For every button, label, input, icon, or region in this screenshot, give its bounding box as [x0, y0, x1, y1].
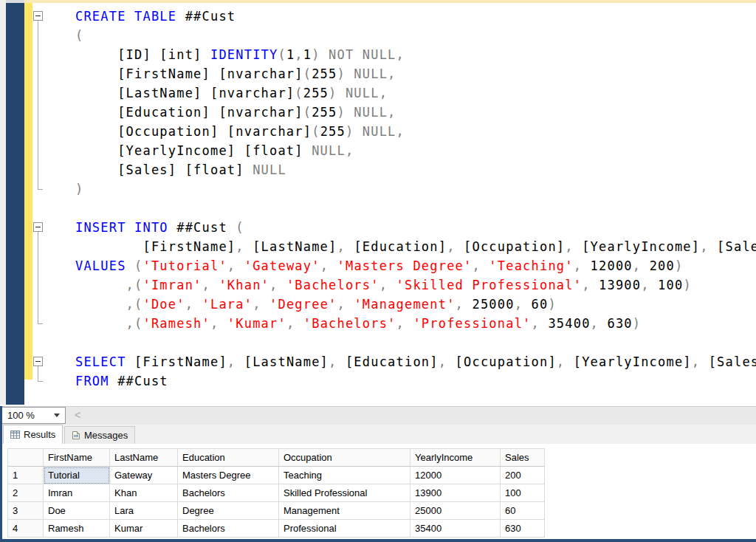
grid-row-number[interactable]: 3 — [8, 502, 44, 520]
grid-cell[interactable]: Skilled Professional — [279, 484, 410, 502]
results-grid-icon — [10, 430, 20, 439]
grid-row-number[interactable]: 4 — [8, 520, 44, 538]
results-grid: FirstNameLastNameEducationOccupationYear… — [7, 448, 545, 538]
grid-cell[interactable]: Imran — [44, 484, 110, 502]
grid-cell[interactable]: Masters Degree — [178, 467, 279, 484]
grid-cell[interactable]: 630 — [501, 520, 545, 538]
results-panel: 100 % < Results — [0, 405, 756, 542]
code-line[interactable]: [ID] [int] IDENTITY(1,1) NOT NULL, — [75, 45, 756, 64]
tab-results-label: Results — [24, 429, 55, 440]
grid-cell[interactable]: Professional — [279, 520, 410, 538]
panel-left-border — [0, 406, 2, 542]
grid-row: 2ImranKhanBachelorsSkilled Professional1… — [8, 484, 545, 502]
grid-cell[interactable]: Kumar — [110, 520, 178, 538]
results-grid-area: FirstNameLastNameEducationOccupationYear… — [2, 444, 756, 539]
grid-corner-header[interactable] — [8, 449, 44, 467]
tab-messages[interactable]: Messages — [64, 426, 135, 444]
chevron-down-icon — [54, 414, 60, 417]
tab-results[interactable]: Results — [3, 425, 63, 444]
collapse-region-icon[interactable] — [33, 222, 43, 232]
fold-connector-corner — [38, 381, 43, 382]
grid-cell[interactable]: 35400 — [410, 520, 501, 538]
grid-cell[interactable]: 25000 — [410, 502, 501, 520]
code-line[interactable]: ,('Imran', 'Khan', 'Bachelors', 'Skilled… — [75, 275, 756, 295]
editor-scroll-strip[interactable]: 100 % < — [2, 406, 756, 425]
fold-connector-line — [38, 21, 38, 189]
code-line[interactable]: [Occupation] [nvarchar](255) NULL, — [75, 122, 756, 141]
code-line[interactable]: [Education] [nvarchar](255) NULL, — [75, 103, 756, 122]
code-line[interactable]: [LastName] [nvarchar](255) NULL, — [75, 83, 756, 103]
collapse-region-icon[interactable] — [33, 357, 43, 366]
code-line[interactable]: ,('Doe', 'Lara', 'Degree', 'Management',… — [75, 295, 756, 314]
grid-cell[interactable]: Lara — [110, 502, 178, 520]
grid-cell[interactable]: Teaching — [279, 467, 410, 484]
code-line[interactable]: ( — [75, 26, 756, 45]
messages-icon — [72, 430, 80, 440]
grid-row-number[interactable]: 2 — [8, 484, 44, 502]
window-edge-bar — [6, 3, 24, 405]
grid-column-header[interactable]: Education — [178, 449, 279, 467]
code-line[interactable]: ) — [75, 179, 756, 199]
grid-column-header[interactable]: LastName — [110, 449, 178, 467]
code-line[interactable]: VALUES ('Tutorial', 'Gateway', 'Masters … — [75, 256, 756, 275]
grid-row-number[interactable]: 1 — [8, 467, 44, 484]
zoom-value: 100 % — [1, 410, 54, 421]
code-line[interactable]: [YearlyIncome] [float] NULL, — [75, 141, 756, 160]
tab-messages-label: Messages — [84, 430, 128, 441]
grid-column-header[interactable]: Sales — [501, 449, 545, 467]
scroll-left-arrow-icon[interactable]: < — [75, 409, 80, 421]
fold-connector-line — [38, 232, 38, 323]
grid-cell[interactable]: Bachelors — [178, 520, 279, 538]
code-line[interactable]: FROM ##Cust — [75, 371, 756, 391]
grid-cell[interactable]: 200 — [501, 467, 545, 484]
change-tracking-bar — [24, 3, 32, 380]
fold-connector-corner — [38, 323, 43, 324]
sql-editor[interactable]: CREATE TABLE ##Cust( [ID] [int] IDENTITY… — [32, 3, 756, 405]
grid-row: 4RameshKumarBachelorsProfessional3540063… — [8, 520, 545, 538]
collapse-region-icon[interactable] — [33, 11, 43, 21]
grid-cell[interactable]: Degree — [178, 502, 279, 520]
grid-column-header[interactable]: Occupation — [279, 449, 410, 467]
grid-cell[interactable]: 12000 — [410, 467, 501, 484]
code-line[interactable]: SELECT [FirstName], [LastName], [Educati… — [75, 352, 756, 371]
grid-cell[interactable]: Khan — [110, 484, 178, 502]
grid-cell[interactable]: Doe — [44, 502, 110, 520]
grid-row: 1TutorialGatewayMasters DegreeTeaching12… — [8, 467, 545, 484]
panel-bottom-border — [0, 539, 756, 542]
code-line[interactable]: CREATE TABLE ##Cust — [75, 7, 756, 26]
grid-row: 3DoeLaraDegreeManagement2500060 — [8, 502, 545, 520]
code-line[interactable]: [FirstName], [LastName], [Education], [O… — [75, 237, 756, 256]
code-line[interactable]: INSERT INTO ##Cust ( — [75, 218, 756, 237]
ssms-query-window: CREATE TABLE ##Cust( [ID] [int] IDENTITY… — [0, 0, 756, 542]
code-line[interactable] — [75, 333, 756, 352]
grid-column-header[interactable]: FirstName — [44, 449, 110, 467]
grid-cell[interactable]: Gateway — [110, 467, 178, 484]
code-line[interactable] — [75, 199, 756, 218]
grid-cell[interactable]: 100 — [501, 484, 545, 502]
code-line[interactable]: ,('Ramesh', 'Kumar', 'Bachelors', 'Profe… — [75, 314, 756, 333]
grid-cell[interactable]: 60 — [501, 502, 545, 520]
zoom-selector[interactable]: 100 % — [1, 407, 66, 424]
grid-column-header[interactable]: YearlyIncome — [410, 449, 501, 467]
code-line[interactable]: [Sales] [float] NULL — [75, 160, 756, 179]
grid-cell[interactable]: Tutorial — [44, 467, 110, 484]
sql-code-text[interactable]: CREATE TABLE ##Cust( [ID] [int] IDENTITY… — [32, 3, 756, 391]
grid-cell[interactable]: Ramesh — [44, 520, 110, 538]
fold-connector-corner — [38, 189, 43, 190]
grid-cell[interactable]: 13900 — [410, 484, 501, 502]
code-line[interactable]: [FirstName] [nvarchar](255) NULL, — [75, 64, 756, 83]
fold-connector-line — [38, 366, 38, 381]
grid-cell[interactable]: Bachelors — [178, 484, 279, 502]
grid-cell[interactable]: Management — [279, 502, 410, 520]
grid-header-row: FirstNameLastNameEducationOccupationYear… — [8, 449, 545, 467]
results-tab-bar: Results Messages — [2, 425, 756, 444]
